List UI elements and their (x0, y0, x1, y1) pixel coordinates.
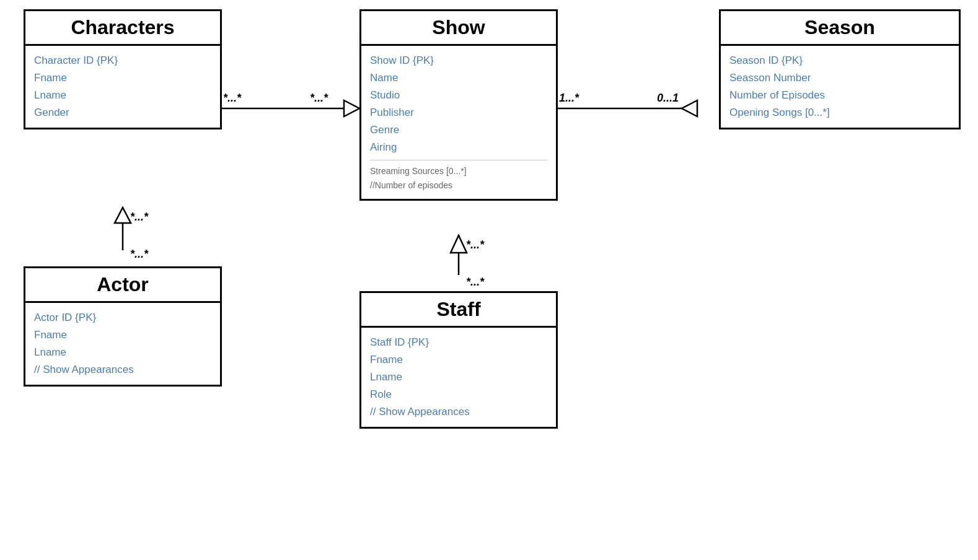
actor-field-0: Actor ID {PK} (34, 309, 211, 326)
characters-field-0: Character ID {PK} (34, 52, 211, 69)
staff-field-0: Staff ID {PK} (370, 334, 547, 351)
show-field-2: Studio (370, 87, 547, 104)
show-header: Show (361, 11, 556, 46)
season-body: Season ID {PK} Seasson Number Number of … (721, 46, 959, 128)
season-field-0: Season ID {PK} (729, 52, 950, 69)
staff-field-2: Lname (370, 369, 547, 386)
svg-marker-1 (344, 100, 359, 116)
characters-header: Characters (25, 11, 220, 46)
show-derived-0: Streaming Sources [0...*] (370, 164, 547, 178)
season-field-3: Opening Songs [0...*] (729, 104, 950, 121)
show-field-0: Show ID {PK} (370, 52, 547, 69)
svg-marker-5 (115, 208, 131, 223)
characters-field-3: Gender (34, 104, 211, 121)
mult-staff-show-top: *...* (466, 238, 484, 252)
staff-box: Staff Staff ID {PK} Fname Lname Role // … (359, 291, 558, 429)
actor-field-3: // Show Appearances (34, 361, 211, 378)
season-header: Season (721, 11, 959, 46)
svg-marker-7 (451, 235, 467, 253)
actor-body: Actor ID {PK} Fname Lname // Show Appear… (25, 303, 220, 385)
staff-field-4: // Show Appearances (370, 403, 547, 421)
characters-body: Character ID {PK} Fname Lname Gender (25, 46, 220, 128)
mult-char-show-right: *...* (310, 92, 328, 105)
mult-actor-char-bottom: *...* (130, 248, 148, 261)
staff-field-3: Role (370, 386, 547, 403)
mult-show-season-left: 1...* (559, 92, 579, 105)
show-field-1: Name (370, 69, 547, 87)
show-box: Show Show ID {PK} Name Studio Publisher … (359, 9, 558, 201)
staff-field-1: Fname (370, 351, 547, 369)
season-field-1: Seasson Number (729, 69, 950, 87)
mult-actor-char-top: *...* (130, 211, 148, 224)
characters-field-2: Lname (34, 87, 211, 104)
show-field-4: Genre (370, 121, 547, 139)
staff-body: Staff ID {PK} Fname Lname Role // Show A… (361, 328, 556, 427)
season-box: Season Season ID {PK} Seasson Number Num… (719, 9, 961, 129)
show-derived-1: //Number of episodes (370, 178, 547, 193)
mult-show-season-right: 0...1 (657, 92, 679, 105)
actor-box: Actor Actor ID {PK} Fname Lname // Show … (24, 266, 222, 387)
season-title: Season (804, 16, 875, 38)
show-title: Show (432, 16, 485, 38)
svg-marker-3 (682, 100, 697, 116)
characters-box: Characters Character ID {PK} Fname Lname… (24, 9, 222, 129)
mult-char-show-left: *...* (223, 92, 241, 105)
show-field-5: Airing (370, 139, 547, 156)
actor-field-2: Lname (34, 344, 211, 361)
show-field-3: Publisher (370, 104, 547, 121)
characters-title: Characters (71, 16, 174, 38)
actor-title: Actor (97, 273, 149, 295)
mult-staff-show-bottom: *...* (466, 276, 484, 289)
staff-header: Staff (361, 293, 556, 328)
actor-header: Actor (25, 268, 220, 303)
actor-field-1: Fname (34, 326, 211, 344)
characters-field-1: Fname (34, 69, 211, 87)
season-field-2: Number of Episodes (729, 87, 950, 104)
staff-title: Staff (436, 298, 480, 320)
show-body: Show ID {PK} Name Studio Publisher Genre… (361, 46, 556, 199)
